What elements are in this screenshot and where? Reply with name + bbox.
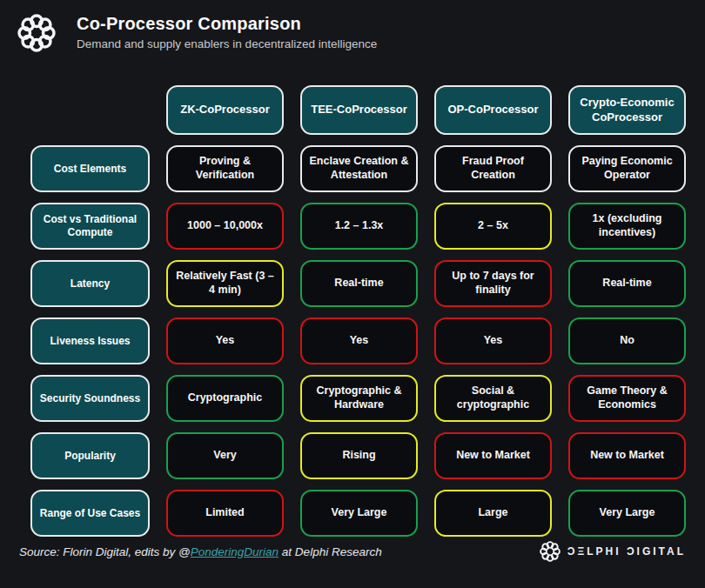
column-header-crypto-economic: Crypto-Economic CoProcessor (568, 85, 686, 135)
table-cell: Enclave Creation & Attestation (300, 145, 418, 192)
table-cell: Yes (166, 317, 284, 364)
table-cell: 1.2 – 1.3x (300, 203, 418, 250)
table-cell: Social & cryptographic (434, 375, 552, 422)
table-cell: Cryptographic (166, 375, 284, 422)
table-cell: Cryptographic & Hardware (300, 375, 418, 422)
row-label-liveness-issues: Liveness Issues (30, 317, 150, 364)
table-cell: Fraud Proof Creation (434, 145, 552, 192)
column-header-op: OP-CoProcessor (434, 85, 552, 135)
table-cell: Very (166, 432, 284, 479)
table-cell: Very Large (300, 490, 418, 537)
header: Co-Processor Comparison Demand and suppl… (0, 0, 705, 73)
table-cell: No (568, 317, 686, 364)
delphi-knot-logo-icon (540, 541, 561, 562)
table-cell: Real-time (568, 260, 686, 307)
table-cell: Relatively Fast (3 – 4 min) (166, 260, 284, 307)
table-cell: Yes (300, 317, 418, 364)
table-cell: Yes (434, 317, 552, 364)
row-label-cost-vs-traditional-compute: Cost vs Traditional Compute (30, 203, 150, 250)
table-cell: 2 – 5x (434, 203, 552, 250)
source-text-suffix: at Delphi Research (279, 545, 382, 558)
table-cell: 1x (excluding incentives) (568, 203, 686, 250)
table-cell: Large (434, 490, 552, 537)
title-block: Co-Processor Comparison Demand and suppl… (77, 12, 377, 50)
row-label-popularity: Popularity (30, 432, 150, 479)
row-label-cost-elements: Cost Elements (30, 145, 150, 192)
delphi-knot-logo-icon (17, 14, 56, 52)
footer: Source: Florin Digital, edits by @Ponder… (19, 541, 686, 562)
page-title: Co-Processor Comparison (77, 14, 377, 34)
page-subtitle: Demand and supply enablers in decentrali… (77, 37, 377, 50)
table-cell: Limited (166, 490, 284, 537)
delphi-digital-brand: ƆΞLPHI ƆIGITAL (540, 541, 686, 562)
brand-wordmark: ƆΞLPHI ƆIGITAL (567, 545, 686, 558)
row-label-range-of-use-cases: Range of Use Cases (30, 490, 150, 537)
column-header-zk: ZK-CoProcessor (166, 85, 284, 135)
table-cell: New to Market (568, 432, 686, 479)
comparison-table: ZK-CoProcessor TEE-CoProcessor OP-CoProc… (30, 85, 686, 537)
table-cell: Very Large (568, 490, 686, 537)
table-cell: New to Market (434, 432, 552, 479)
table-cell: Game Theory & Economics (568, 375, 686, 422)
column-header-tee: TEE-CoProcessor (300, 85, 418, 135)
source-note: Source: Florin Digital, edits by @Ponder… (19, 545, 382, 558)
source-text-prefix: Source: Florin Digital, edits by @ (19, 545, 191, 558)
table-cell: Paying Economic Operator (568, 145, 686, 192)
pondering-durian-link[interactable]: PonderingDurian (191, 545, 279, 558)
row-label-latency: Latency (30, 260, 150, 307)
row-label-security-soundness: Security Soundness (30, 375, 150, 422)
table-cell: Proving & Verification (166, 145, 284, 192)
table-cell: 1000 – 10,000x (166, 203, 284, 250)
table-cell: Rising (300, 432, 418, 479)
table-cell: Real-time (300, 260, 418, 307)
co-processor-comparison-infographic: Co-Processor Comparison Demand and suppl… (0, 0, 705, 588)
table-cell: Up to 7 days for finality (434, 260, 552, 307)
